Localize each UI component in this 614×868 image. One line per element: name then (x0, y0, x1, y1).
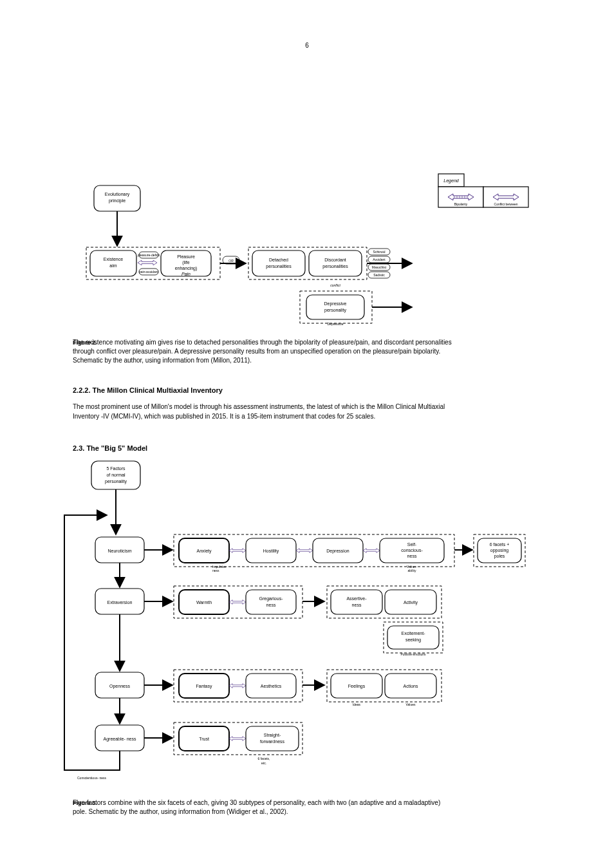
node-depressive (306, 295, 364, 319)
node-a-straight (246, 726, 299, 751)
agree-l: Agreeable- ness (104, 737, 136, 742)
avoidant-label: Avoidant (373, 258, 386, 261)
node-detached (252, 250, 305, 276)
ff-l3: personality (105, 479, 127, 484)
o-aesth-l: Aesthetics (261, 684, 282, 688)
node-evolution-line2: principle (109, 198, 126, 203)
depressive-l2: personality (324, 308, 346, 313)
conflict-label: conflict (330, 283, 340, 287)
a-trust-l: Trust (199, 737, 209, 741)
figure-3: 5 Factors of normal personality Neurotic… (64, 461, 525, 815)
e-assert-2: ness (352, 603, 362, 607)
n-selfcon-2: conscious- (401, 548, 423, 552)
legend: Legend Bipolarity Conflict between (438, 174, 528, 207)
row-neuroticism: Neuroticism Anxiety Hostility Depression… (95, 534, 525, 572)
legend-title: Legend (443, 178, 459, 184)
e-activity-l: Activity (404, 600, 418, 605)
open-l: Openness (109, 684, 130, 689)
o-ideas-l: Ideas (353, 703, 361, 706)
page-svg: 6 Legend Bipolarity Conflict between Evo… (0, 0, 614, 868)
nf1: 6 facets + (490, 542, 510, 547)
masochist-label: Masochist (372, 265, 387, 269)
existence-l2: aim (109, 263, 116, 268)
n-selfcon-1: Self- (407, 542, 417, 547)
row-openness: Openness Fantasy Aesthetics Feelings Act… (95, 670, 442, 706)
node-discordant (309, 250, 362, 276)
or-label: OR (228, 259, 234, 263)
o-fantasy-l: Fantasy (196, 684, 212, 689)
discordant-l1: Discordant (324, 258, 346, 262)
node-evolution-line1: Evolutionary (105, 192, 130, 197)
a-straight-2: forwardness (260, 739, 285, 744)
e-assert-1: Assertive- (346, 596, 367, 601)
existence-l1: Existence (104, 257, 123, 261)
pleasure-l3: enhancing) (175, 266, 198, 271)
e-greg-1: Gregarious- (259, 596, 284, 601)
conscient-l: Conscientious- ness (77, 776, 107, 780)
schizoid-label: Schizoid (373, 250, 386, 254)
e-warmth-l: Warmth (196, 600, 212, 605)
row-extraversion: Extraversion Warmth Gregarious- ness Ass… (95, 586, 443, 656)
n-anxiety-l: Anxiety (197, 549, 212, 554)
detached-l2: personalities (266, 264, 292, 269)
depressive-box-label: Depressive (327, 322, 343, 326)
e-exc-1: Excitement- (402, 631, 426, 636)
sadistic-label: Sadistic (373, 273, 385, 277)
section-2-3-heading: 2.3. The "Big 5" Model (73, 444, 147, 452)
n-hostility-l: Hostility (263, 549, 279, 554)
e-pos-l: Positive emotions (400, 652, 426, 656)
ff-l2: of normal (106, 473, 126, 477)
neuro-label: Neuroticism (108, 549, 132, 553)
n-vuln-2: ability (408, 569, 416, 572)
pleasure-l2: (life (182, 260, 189, 265)
e-exc-2: seeking (405, 637, 421, 643)
n-depression-l: Depression (326, 549, 349, 554)
pleasure-l1: Pleasure (177, 254, 195, 259)
ff-l1: 5 Factors (106, 466, 126, 471)
extrav-l: Extraversion (107, 600, 133, 605)
n-selfcon-3: ness (407, 554, 417, 558)
e-greg-2: ness (266, 603, 276, 607)
node-e-assert (331, 590, 382, 614)
node-e-gregar (246, 590, 296, 614)
pleasure-deficit-label: pleasure-deficit (138, 253, 160, 257)
section-2-2-2-paragraph: The most prominent use of Millon's model… (73, 403, 447, 420)
a-straight-1: Straight- (264, 733, 281, 738)
figure3-caption: Figure 3. Five factors combine with the … (73, 799, 442, 815)
depressive-l1: Depressive (324, 301, 346, 307)
discordant-l2: personalities (322, 264, 348, 269)
o-feelings-l: Feelings (348, 684, 366, 689)
figure-2: Legend Bipolarity Conflict between Evolu… (73, 174, 528, 452)
section-2-2-2-heading: 2.2.2. The Millon Clinical Multiaxial In… (73, 386, 223, 394)
facets-nt-2: etc. (261, 761, 266, 765)
detached-l1: Detached (269, 258, 288, 262)
pain-avoidant-label: pain-avoidant (139, 270, 159, 274)
legend-col2: Conflict between (494, 202, 518, 206)
nf2: opposing (490, 548, 509, 553)
facets-nt-1: 6 facets, (258, 757, 270, 760)
page-number: 6 (305, 42, 309, 49)
o-values-l: Values (406, 703, 416, 706)
nf3: poles (494, 554, 505, 559)
legend-col1: Bipolarity (454, 202, 468, 206)
pain-subnote: Pain (181, 272, 191, 276)
n-impuls-2: ness (212, 569, 219, 572)
o-actions-l: Actions (404, 684, 418, 688)
row-agreeableness: Agreeable- ness Trust Straight- forwardn… (95, 722, 302, 765)
figure2-caption: Figure 2. The existence motivating aim g… (73, 339, 453, 364)
